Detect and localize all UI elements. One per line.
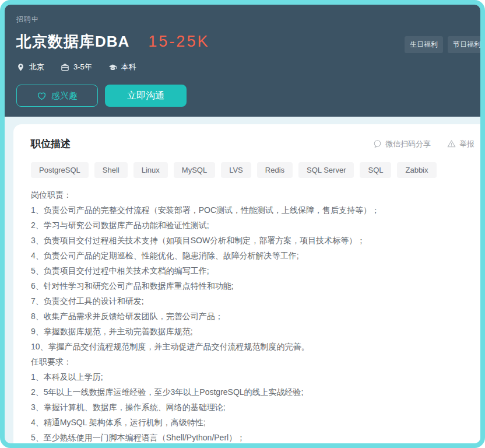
job-meta-row: 北京3-5年本科 [16,62,469,72]
salary-range: 15-25K [148,33,209,51]
skill-tag: PostgreSQL [31,162,89,178]
desc-line: 4、精通MySQL 架构体系，运行机制，高级特性; [31,415,475,430]
meta-item-label: 本科 [121,62,136,72]
desc-line: 任职要求： [31,354,475,369]
location-icon [16,63,25,72]
interested-button-label: 感兴趣 [51,90,78,102]
job-description-card: 职位描述 微信扫码分享 举报 PostgreSQLShellLinuxMySQL… [13,124,480,448]
benefit-tags: 生日福利节日福利 [405,36,485,53]
job-detail-page: 招聘中 北京数据库DBA 15-25K 生日福利节日福利 北京3-5年本科 感兴… [0,0,485,448]
action-buttons: 感兴趣 立即沟通 [16,85,469,107]
desc-line: 2、学习与研究公司数据库产品功能和验证性测试; [31,218,475,233]
card-header: 职位描述 微信扫码分享 举报 [31,137,475,150]
desc-line: 1、本科及以上学历; [31,369,475,384]
briefcase-icon [61,63,69,72]
benefit-tag: 节日福利 [448,36,485,53]
desc-line: 2、5年以上一线数据库运维经验，至少3年以上PostgreSQL的线上实战经验; [31,384,475,400]
chat-now-button-label: 立即沟通 [127,90,164,102]
wechat-share-label: 微信扫码分享 [385,139,431,149]
skill-tag: Linux [133,162,168,178]
skill-tag: Redis [257,162,293,178]
graduation-cap-icon [108,63,117,72]
meta-item-label: 3-5年 [73,62,92,72]
job-header: 招聘中 北京数据库DBA 15-25K 生日福利节日福利 北京3-5年本科 感兴… [5,5,480,117]
desc-line: 岗位职责： [31,187,475,202]
desc-line: 3、掌握计算机、数据库，操作系统、网络的基础理论; [31,400,475,415]
skill-tag: LVS [221,162,251,178]
chat-now-button[interactable]: 立即沟通 [105,85,187,107]
desc-line: 4、负责公司产品的定期巡检、性能优化、隐患消除、故障分析解决等工作; [31,248,475,263]
desc-line: 1、负责公司产品的完整交付流程（安装部署，POC测试，性能测试，上线保障，售后支… [31,202,475,218]
meta-item: 3-5年 [61,62,92,72]
chat-bubble-icon [373,139,382,148]
desc-line: 8、收集产品需求并反馈给研发团队，完善公司产品； [31,309,475,324]
benefit-tag: 生日福利 [405,36,443,53]
wechat-share-link[interactable]: 微信扫码分享 [373,139,431,149]
desc-line: 6、针对性学习和研究公司产品和数据库重点特性和功能; [31,278,475,293]
job-description: 岗位职责：1、负责公司产品的完整交付流程（安装部署，POC测试，性能测试，上线保… [31,187,475,445]
report-link[interactable]: 举报 [447,139,475,149]
meta-item: 本科 [108,62,136,72]
interested-button[interactable]: 感兴趣 [16,85,98,107]
section-title: 职位描述 [31,137,71,150]
meta-item: 北京 [16,62,44,72]
warning-triangle-icon [447,139,456,148]
skill-tags: PostgreSQLShellLinuxMySQLLVSRedisSQL Ser… [31,162,475,178]
desc-line: 5、负责项目交付过程中相关技术文档的编写工作; [31,263,475,278]
meta-item-label: 北京 [29,62,44,72]
job-title: 北京数据库DBA [16,32,129,52]
title-row: 北京数据库DBA 15-25K [16,32,469,52]
skill-tag: Shell [94,162,128,178]
desc-line: 10、掌握产品交付流程规范制度，并主动促进产品交付流程规范制度的完善。 [31,339,475,354]
content-area: 职位描述 微信扫码分享 举报 PostgreSQLShellLinuxMySQL… [5,117,480,443]
recruiting-status-badge: 招聘中 [16,15,469,24]
skill-tag: MySQL [174,162,215,178]
desc-line: 7、负责交付工具的设计和研发; [31,293,475,309]
header-links: 微信扫码分享 举报 [373,139,475,149]
skill-tag: Zabbix [397,162,436,178]
heart-icon [37,91,47,101]
skill-tag: SQL [360,162,391,178]
report-label: 举报 [459,139,475,149]
desc-line: 5、至少熟练使用一门脚本编程语言（Shell/Python/Perl）； [31,430,475,445]
desc-line: 3、负责项目交付过程相关技术支持（如项目SOW分析和制定，部署方案，项目技术标等… [31,233,475,248]
desc-line: 9、掌握数据库规范，并主动完善数据库规范; [31,324,475,339]
skill-tag: SQL Server [298,162,354,178]
